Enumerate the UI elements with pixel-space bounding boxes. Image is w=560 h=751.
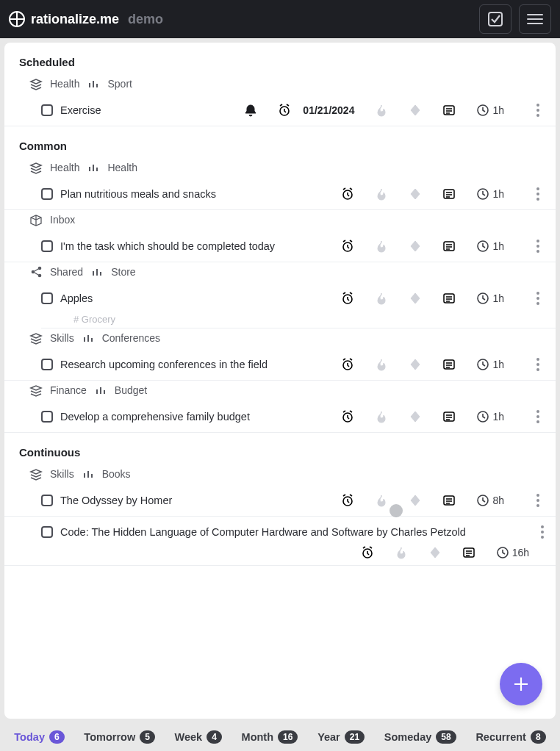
clock-icon — [476, 240, 489, 253]
kebab-menu[interactable] — [529, 491, 547, 510]
fire-icon[interactable] — [375, 410, 388, 423]
alarm-icon[interactable] — [341, 240, 354, 253]
task-research-conf[interactable]: Research upcoming conferences in the fie… — [4, 349, 556, 381]
nav-today[interactable]: Today 6 — [14, 730, 64, 744]
kebab-menu[interactable] — [529, 407, 547, 426]
fire-icon[interactable] — [395, 546, 408, 559]
logo-icon — [9, 11, 25, 27]
duration[interactable]: 1h — [476, 104, 504, 117]
nav-tomorrow[interactable]: Tomorrow 5 — [84, 730, 155, 744]
clock-icon — [476, 292, 489, 305]
diamond-icon[interactable] — [428, 546, 442, 559]
duration[interactable]: 1h — [476, 240, 504, 253]
menu-button[interactable] — [519, 4, 551, 34]
breadcrumb-shared-store[interactable]: Shared Store — [4, 262, 556, 283]
stack-icon — [29, 161, 43, 174]
check-button[interactable] — [479, 4, 511, 34]
bars-icon — [82, 467, 95, 481]
fire-icon[interactable] — [375, 292, 388, 305]
task-code-book[interactable]: Code: The Hidden Language of Computer Ha… — [4, 517, 556, 566]
duration[interactable]: 8h — [476, 494, 504, 507]
task-title: The Odyssey by Homer — [60, 495, 341, 506]
bars-icon — [82, 331, 95, 345]
note-icon[interactable] — [442, 410, 456, 423]
kebab-menu[interactable] — [529, 184, 547, 204]
stack-icon — [29, 467, 43, 481]
kebab-menu[interactable] — [529, 289, 547, 308]
fire-icon[interactable] — [375, 358, 388, 371]
checkbox[interactable] — [41, 188, 53, 200]
nav-recurrent[interactable]: Recurrent 8 — [475, 730, 545, 744]
checkbox[interactable] — [41, 359, 53, 370]
alarm-icon[interactable] — [341, 358, 354, 371]
note-icon[interactable] — [462, 546, 475, 559]
duration[interactable]: 16h — [496, 546, 529, 559]
app-header: rationalize.me demo — [0, 0, 560, 38]
nav-someday[interactable]: Someday 58 — [384, 730, 456, 744]
breadcrumb-health-health[interactable]: Health Health — [4, 158, 556, 179]
nav-week[interactable]: Week 4 — [175, 730, 222, 744]
checkbox[interactable] — [41, 104, 53, 116]
task-tag[interactable]: # Grocery — [4, 314, 556, 328]
breadcrumb-inbox[interactable]: Inbox — [4, 210, 556, 231]
fire-icon[interactable] — [375, 240, 388, 253]
alarm-icon[interactable] — [341, 494, 354, 507]
kebab-menu[interactable] — [529, 355, 547, 374]
task-odyssey[interactable]: The Odyssey by Homer 8h — [4, 485, 556, 517]
note-icon[interactable] — [442, 104, 456, 117]
breadcrumb-health-sport[interactable]: Health Sport — [4, 74, 556, 95]
alarm-icon[interactable] — [278, 104, 291, 117]
task-today[interactable]: I'm the task which should be completed t… — [4, 231, 556, 262]
duration[interactable]: 1h — [476, 187, 504, 201]
clock-icon — [476, 187, 489, 201]
alarm-icon[interactable] — [341, 187, 354, 201]
fire-icon[interactable] — [375, 187, 388, 201]
diamond-icon[interactable] — [409, 187, 422, 201]
nav-month[interactable]: Month 16 — [242, 730, 298, 744]
bell-icon[interactable] — [244, 104, 257, 117]
breadcrumb-skills-conf[interactable]: Skills Conferences — [4, 328, 556, 349]
duration[interactable]: 1h — [476, 292, 504, 305]
clock-icon — [476, 358, 489, 371]
bottom-nav: Today 6 Tomorrow 5 Week 4 Month 16 Year … — [0, 723, 560, 751]
checkbox[interactable] — [41, 526, 53, 538]
diamond-icon[interactable] — [409, 494, 422, 507]
diamond-icon[interactable] — [409, 410, 422, 423]
alarm-icon[interactable] — [341, 410, 354, 423]
note-icon[interactable] — [442, 187, 456, 201]
task-apples[interactable]: Apples 1h — [4, 283, 556, 314]
duration[interactable]: 1h — [476, 410, 504, 423]
note-icon[interactable] — [442, 292, 456, 305]
demo-label: demo — [128, 12, 163, 27]
section-continuous: Continuous — [4, 443, 556, 464]
nav-year[interactable]: Year 21 — [317, 730, 365, 744]
task-budget[interactable]: Develop a comprehensive family budget 1h — [4, 401, 556, 433]
note-icon[interactable] — [442, 240, 456, 253]
checkbox[interactable] — [41, 495, 53, 506]
alarm-icon[interactable] — [361, 546, 374, 559]
checkbox[interactable] — [41, 240, 53, 252]
fire-icon[interactable] — [375, 104, 388, 117]
diamond-icon[interactable] — [409, 104, 422, 117]
kebab-menu[interactable] — [529, 101, 547, 120]
checkbox[interactable] — [41, 411, 53, 423]
add-task-button[interactable] — [500, 663, 542, 705]
diamond-icon[interactable] — [409, 358, 422, 371]
kebab-menu[interactable] — [529, 237, 547, 256]
fire-icon[interactable] — [375, 494, 388, 507]
task-plan-meals[interactable]: Plan nutritious meals and snacks 1h — [4, 179, 556, 210]
checkbox[interactable] — [41, 292, 53, 304]
kebab-menu[interactable] — [534, 522, 551, 542]
note-icon[interactable] — [442, 494, 456, 507]
alarm-icon[interactable] — [341, 292, 354, 305]
diamond-icon[interactable] — [409, 292, 422, 305]
task-title: Exercise — [60, 104, 244, 116]
breadcrumb-finance-budget[interactable]: Finance Budget — [4, 381, 556, 401]
note-icon[interactable] — [442, 358, 456, 371]
breadcrumb-skills-books[interactable]: Skills Books — [4, 464, 556, 485]
brand-name: rationalize.me — [31, 12, 119, 27]
task-exercise[interactable]: Exercise 01/21/2024 1h — [4, 95, 556, 126]
duration[interactable]: 1h — [476, 358, 504, 371]
clock-icon — [496, 546, 509, 559]
diamond-icon[interactable] — [409, 240, 422, 253]
